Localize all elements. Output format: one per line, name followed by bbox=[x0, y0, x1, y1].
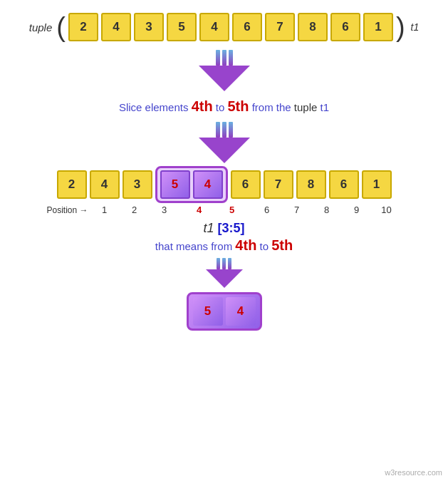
highlight-box: 5 4 bbox=[155, 166, 228, 203]
cell-6: 7 bbox=[265, 13, 295, 41]
cell-2: 3 bbox=[134, 13, 164, 41]
code-text: t1 [3:5] bbox=[155, 221, 293, 236]
arrow-3-line-3 bbox=[228, 258, 231, 269]
cell-4: 4 bbox=[199, 13, 229, 41]
cell2-9: 1 bbox=[362, 170, 392, 199]
open-paren: ( bbox=[56, 14, 66, 41]
means-5th: 5th bbox=[271, 237, 293, 253]
close-paren: ) bbox=[396, 14, 405, 41]
means-text: that means from 4th to 5th bbox=[155, 237, 293, 254]
means-to-text: to bbox=[256, 240, 271, 252]
cell2-2: 3 bbox=[123, 170, 152, 199]
arrow-2-line-1 bbox=[216, 122, 220, 138]
cell-5: 6 bbox=[232, 13, 262, 41]
cell2-6: 7 bbox=[264, 170, 293, 199]
arrow-1-line-3 bbox=[229, 50, 233, 66]
main-container: tuple ( 2 4 3 5 4 6 7 8 6 1 ) t1 Slice e… bbox=[0, 0, 448, 338]
cell2-1: 4 bbox=[90, 170, 120, 199]
cell-1: 4 bbox=[101, 13, 131, 41]
cell2-5: 6 bbox=[231, 170, 261, 199]
code-bracket: [3:5] bbox=[218, 221, 245, 235]
watermark: w3resource.com bbox=[385, 468, 442, 477]
cell2-3: 5 bbox=[160, 170, 190, 199]
slice-description: Slice elements 4th to 5th from the tuple… bbox=[119, 98, 329, 115]
arrow-3-line-1 bbox=[217, 258, 220, 269]
slice-text-1: Slice elements bbox=[119, 101, 189, 113]
cell-3: 5 bbox=[167, 13, 197, 41]
arrow-2-line-3 bbox=[229, 122, 233, 138]
arrow-1-head bbox=[199, 66, 250, 91]
slice-4th: 4th bbox=[192, 98, 213, 114]
cell2-8: 6 bbox=[329, 170, 359, 199]
pos-1: 1 bbox=[90, 205, 120, 215]
position-label: Position → bbox=[46, 205, 88, 215]
cell2-0: 2 bbox=[57, 170, 87, 199]
slice-to: to bbox=[216, 101, 225, 113]
arrow-2-line-2 bbox=[222, 122, 226, 138]
cell2-4: 4 bbox=[193, 170, 223, 199]
pos-7: 7 bbox=[282, 205, 312, 215]
arrow-1-lines bbox=[216, 50, 233, 66]
pos-6: 6 bbox=[252, 205, 282, 215]
result-cell-1: 4 bbox=[226, 297, 256, 326]
cell-8: 6 bbox=[330, 13, 360, 41]
cell-7: 8 bbox=[298, 13, 328, 41]
arrow-2 bbox=[199, 122, 250, 163]
arrow-1-line-1 bbox=[216, 50, 220, 66]
means-from: that means from bbox=[155, 240, 236, 252]
means-4th: 4th bbox=[235, 237, 256, 253]
arrow-2-lines bbox=[216, 122, 233, 138]
arrow-2-head bbox=[199, 138, 250, 163]
pos-10: 10 bbox=[372, 205, 402, 215]
arrow-1 bbox=[199, 50, 250, 91]
position-row: Position → 1 2 3 4 5 6 7 8 9 10 bbox=[46, 205, 401, 215]
pos-9: 9 bbox=[342, 205, 372, 215]
result-row: 5 4 bbox=[187, 292, 262, 331]
arrow-1-line-2 bbox=[222, 50, 226, 66]
slice-t1-text: t1 bbox=[321, 101, 330, 113]
pos-5: 5 bbox=[217, 205, 247, 215]
cell2-7: 8 bbox=[296, 170, 326, 199]
t1-label-top: t1 bbox=[411, 21, 420, 33]
pos-3: 3 bbox=[150, 205, 179, 215]
pos-8: 8 bbox=[312, 205, 342, 215]
slice-tuple-text: tuple bbox=[294, 101, 318, 113]
slice-from-text: from the bbox=[252, 101, 294, 113]
code-t1: t1 bbox=[203, 221, 217, 235]
arrow-3-lines bbox=[217, 258, 231, 269]
code-block: t1 [3:5] that means from 4th to 5th bbox=[155, 221, 293, 254]
arrow-3 bbox=[206, 258, 243, 288]
pos-highlight-group: 4 5 bbox=[179, 205, 252, 215]
arrow-3-line-2 bbox=[222, 258, 226, 269]
cell-0: 2 bbox=[68, 13, 98, 41]
cell-9: 1 bbox=[363, 13, 393, 41]
top-tuple-row: tuple ( 2 4 3 5 4 6 7 8 6 1 ) t1 bbox=[29, 13, 420, 41]
pos-2: 2 bbox=[120, 205, 150, 215]
pos-4: 4 bbox=[184, 205, 214, 215]
second-tuple-row: 2 4 3 5 4 6 7 8 6 1 bbox=[57, 166, 392, 203]
slice-5th: 5th bbox=[228, 98, 249, 114]
tuple-label: tuple bbox=[29, 21, 53, 33]
arrow-3-head bbox=[206, 269, 243, 288]
result-cell-0: 5 bbox=[193, 297, 223, 326]
